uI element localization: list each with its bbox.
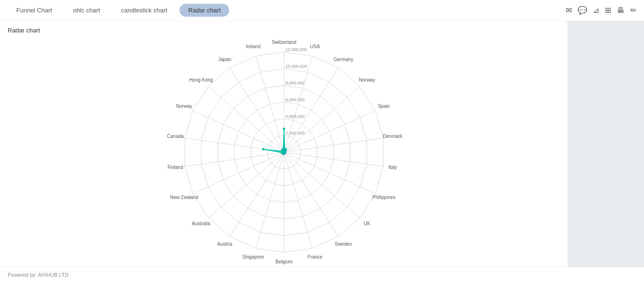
tab-funnel[interactable]: Funnel Chart [8,4,61,17]
chart-title: Radar chart [8,27,560,34]
radar-svg: 2,000,0004,000,0006,000,0008,000,00010,0… [117,38,451,267]
svg-text:Australia: Australia [191,221,210,226]
svg-line-30 [284,152,338,237]
svg-line-32 [284,152,312,248]
chart-area: Radar chart 2,000,0004,000,0006,000,0008… [0,21,568,267]
comment-icon[interactable]: 💬 [578,6,587,15]
svg-text:Switzerland: Switzerland [272,40,296,45]
envelope-icon[interactable]: ✉ [566,6,572,15]
svg-text:Spain: Spain [378,104,390,109]
svg-line-48 [192,111,284,152]
svg-text:Philippines: Philippines [372,195,395,200]
svg-text:Finland: Finland [167,165,183,170]
svg-text:UK: UK [363,221,370,226]
svg-text:Singapore: Singapore [242,254,264,260]
svg-text:USA: USA [310,44,320,49]
svg-text:Norway: Norway [176,104,192,109]
svg-line-42 [192,152,284,194]
top-bar: Funnel Chart ohlc chart candlestick char… [0,0,644,21]
svg-line-40 [208,152,284,218]
svg-line-28 [284,152,360,218]
svg-text:6,000,000: 6,000,000 [285,97,305,102]
toolbar-icons: ✉ 💬 ⊿ ⊞ 🖶 ✏ [566,6,636,15]
radar-chart: 2,000,0004,000,0006,000,0008,000,00010,0… [117,38,451,267]
svg-text:Sweden: Sweden [335,241,352,247]
svg-text:Italy: Italy [388,165,397,170]
tab-ohlc[interactable]: ohlc chart [64,4,108,17]
svg-text:Canada: Canada [167,134,183,139]
svg-text:8,000,000: 8,000,000 [285,81,305,85]
svg-text:Hong Kong: Hong Kong [189,77,213,83]
svg-line-14 [284,56,312,152]
svg-text:New Zealand: New Zealand [170,195,198,200]
svg-text:Japan: Japan [218,57,231,62]
svg-line-26 [284,152,375,194]
svg-text:France: France [307,254,323,260]
edit-icon[interactable]: ✏ [630,6,636,15]
footer: Powered by: AIVHUB LTD [0,267,644,282]
tab-radar[interactable]: Radar chart [179,4,229,17]
svg-text:Denmark: Denmark [383,134,403,139]
svg-line-38 [230,152,284,237]
svg-text:12,000,000: 12,000,000 [285,47,307,52]
svg-line-36 [255,152,284,248]
svg-line-52 [230,68,284,152]
svg-text:Norway: Norway [359,77,375,83]
svg-line-18 [284,86,360,152]
svg-line-50 [208,86,284,152]
svg-line-54 [255,56,284,152]
powered-by: Powered by: AIVHUB LTD [8,272,69,278]
print-icon[interactable]: 🖶 [617,6,624,15]
svg-text:10,000,000: 10,000,000 [285,64,307,69]
main-content: Radar chart 2,000,0004,000,0006,000,0008… [0,21,644,267]
chart-icon[interactable]: ⊞ [605,6,611,15]
tab-candlestick[interactable]: candlestick chart [113,4,176,17]
svg-text:Ireland: Ireland [245,44,260,49]
svg-text:Austria: Austria [217,241,232,247]
filter-icon[interactable]: ⊿ [593,6,599,15]
svg-text:Belgium: Belgium [275,259,292,264]
sidebar-right [568,21,644,267]
svg-text:Germany: Germany [333,57,353,62]
